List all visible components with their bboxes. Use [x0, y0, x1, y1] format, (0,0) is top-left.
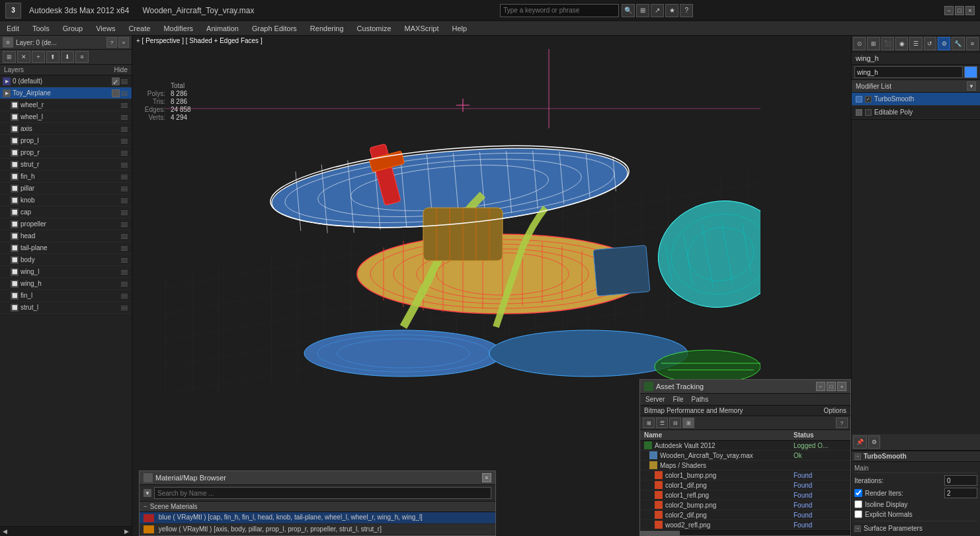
asset-tracking-min-btn[interactable]: −	[816, 382, 825, 391]
menu-animation[interactable]: Animation	[200, 21, 245, 36]
rp-btn-7[interactable]: ⚙	[938, 37, 950, 50]
layer-item-body[interactable]: ⬜ body	[0, 254, 132, 266]
layer-item-prop-l[interactable]: ⬜ prop_l	[0, 135, 132, 147]
layer-item-tail-plane[interactable]: ⬜ tail-plane	[0, 242, 132, 254]
object-color-swatch[interactable]	[964, 66, 977, 78]
layer-item-propeller[interactable]: ⬜ propeller	[0, 218, 132, 230]
layer-item-strut-r[interactable]: ⬜ strut_r	[0, 159, 132, 171]
layer-item-wing-l[interactable]: ⬜ wing_l	[0, 266, 132, 278]
at-item-maps-folder[interactable]: Maps / Shaders	[640, 461, 850, 470]
search-btn[interactable]: 🔍	[622, 4, 635, 17]
mod-tool-options[interactable]: ⚙	[868, 435, 880, 449]
layer-item-knob[interactable]: ⬜ knob	[0, 195, 132, 206]
help-btn[interactable]: ?	[680, 4, 693, 17]
material-browser-close-btn[interactable]: ×	[482, 473, 491, 482]
layers-question-btn[interactable]: ?	[106, 37, 117, 48]
layers-tool-6[interactable]: ≡	[75, 51, 89, 63]
menu-views[interactable]: Views	[89, 21, 122, 36]
layer-item-strut-l[interactable]: ⬜ strut_l	[0, 302, 132, 314]
menu-modifiers[interactable]: Modifiers	[157, 21, 200, 36]
modifier-list-dropdown-btn[interactable]: ▼	[967, 81, 976, 91]
menu-tools[interactable]: Tools	[26, 21, 56, 36]
menu-rendering[interactable]: Rendering	[304, 21, 350, 36]
layers-tool-add[interactable]: +	[32, 51, 45, 63]
mb-item-blue[interactable]: blue ( VRayMtl ) [cap, fin_h, fin_l, hea…	[140, 512, 495, 523]
menu-group[interactable]: Group	[56, 21, 90, 36]
rp-btn-4[interactable]: ◉	[895, 37, 908, 50]
asset-tracking-max-btn[interactable]: □	[827, 382, 836, 391]
mb-search-arrow[interactable]: ▼	[143, 489, 151, 497]
menu-customize[interactable]: Customize	[350, 21, 398, 36]
minimize-btn[interactable]: −	[944, 6, 954, 15]
menu-graph-editors[interactable]: Graph Editors	[245, 21, 304, 36]
mod-tool-pin[interactable]: 📌	[853, 435, 867, 449]
layers-tool-5[interactable]: ⬇	[61, 51, 74, 63]
maximize-btn[interactable]: □	[955, 6, 964, 15]
menu-edit[interactable]: Edit	[0, 21, 26, 36]
object-name-input[interactable]	[854, 66, 963, 78]
at-item-color1-dif[interactable]: color1_dif.png Found	[640, 480, 850, 490]
layer-box-toy-airplane[interactable]	[112, 89, 120, 97]
at-item-color2-dif[interactable]: color2_dif.png Found	[640, 510, 850, 520]
mb-search-input[interactable]	[154, 487, 491, 499]
modifier-item-editable-poly[interactable]: Editable Poly	[852, 106, 980, 119]
at-item-color1-refl[interactable]: color1_refl.png Found	[640, 490, 850, 500]
panel-collapse-btn[interactable]: −	[854, 453, 861, 460]
rp-btn-2[interactable]: ⊞	[867, 37, 879, 50]
modifier-item-turbosmooth[interactable]: ✓ TurboSmooth	[852, 93, 980, 106]
rp-btn-6[interactable]: ↺	[924, 37, 936, 50]
rp-btn-5[interactable]: ☰	[909, 37, 922, 50]
layer-item-toy-airplane[interactable]: ▶ Toy_Airplane	[0, 87, 132, 99]
at-help-btn[interactable]: ?	[836, 418, 848, 428]
close-btn[interactable]: ×	[965, 6, 975, 15]
at-scrollbar-thumb[interactable]	[640, 531, 680, 536]
iterations-input[interactable]	[944, 475, 977, 486]
layer-item-cap[interactable]: ⬜ cap	[0, 206, 132, 218]
at-tool-3[interactable]: ⊟	[669, 418, 681, 428]
layer-item-wheel-l[interactable]: ⬜ wheel_l	[0, 111, 132, 123]
at-options-text[interactable]: Options	[824, 407, 846, 414]
layer-item-wheel-r[interactable]: ⬜ wheel_r	[0, 99, 132, 111]
layers-tool-1[interactable]: ⊞	[3, 51, 16, 63]
layer-item-axis[interactable]: ⬜ axis	[0, 123, 132, 135]
rp-btn-3[interactable]: ⬛	[881, 37, 894, 50]
layer-item-fin-l[interactable]: ⬜ fin_l	[0, 290, 132, 302]
at-menu-paths[interactable]: Paths	[692, 396, 709, 403]
at-item-max-file[interactable]: Wooden_Aircraft_Toy_vray.max Ok	[640, 451, 850, 461]
explicit-normals-checkbox[interactable]	[854, 510, 862, 518]
layer-item-default[interactable]: ▶ 0 (default) ✓	[0, 75, 132, 87]
layer-item-fin-h[interactable]: ⬜ fin_h	[0, 171, 132, 183]
layers-tool-4[interactable]: ⬆	[46, 51, 60, 63]
layers-scroll-right[interactable]: ▶	[124, 528, 129, 535]
asset-tracking-scrollbar[interactable]	[640, 530, 850, 535]
at-menu-server[interactable]: Server	[645, 396, 665, 403]
menu-maxscript[interactable]: MAXScript	[398, 21, 446, 36]
at-tool-4[interactable]: ⊞	[682, 418, 694, 428]
rp-btn-9[interactable]: ≡	[966, 37, 979, 50]
editablepoly-check[interactable]	[865, 109, 872, 116]
surface-params-collapse[interactable]: −	[854, 525, 861, 532]
render-iters-input[interactable]	[944, 488, 977, 498]
rp-btn-8[interactable]: 🔧	[952, 37, 964, 50]
layer-check-default[interactable]: ✓	[112, 77, 120, 85]
layers-list[interactable]: ▶ 0 (default) ✓ ▶ Toy_Airplane ⬜ wheel_r…	[0, 75, 132, 526]
layer-item-head[interactable]: ⬜ head	[0, 230, 132, 242]
layers-tool-delete[interactable]: ✕	[17, 51, 30, 63]
rp-btn-1[interactable]: ⊙	[853, 37, 866, 50]
layer-item-pillar[interactable]: ⬜ pillar	[0, 183, 132, 195]
at-item-color2-bump[interactable]: color2_bump.png Found	[640, 500, 850, 510]
layer-item-prop-r[interactable]: ⬜ prop_r	[0, 147, 132, 159]
menu-help[interactable]: Help	[446, 21, 474, 36]
search-options-btn[interactable]: ⊞	[636, 4, 649, 17]
at-tool-1[interactable]: ⊞	[643, 418, 655, 428]
isoline-checkbox[interactable]	[854, 500, 862, 508]
viewport[interactable]: Total Polys: 8 286 Tris: 8 286 Edges: 24…	[132, 36, 851, 536]
at-tool-2[interactable]: ☰	[656, 418, 668, 428]
bookmark-btn[interactable]: ★	[665, 4, 678, 17]
at-item-color1-bump[interactable]: color1_bump.png Found	[640, 470, 850, 480]
at-item-wood2-refl[interactable]: wood2_refl.png Found	[640, 520, 850, 530]
at-menu-file[interactable]: File	[673, 396, 683, 403]
search-extra-btn[interactable]: ↗	[651, 4, 664, 17]
menu-create[interactable]: Create	[122, 21, 157, 36]
layer-item-wing-h[interactable]: ⬜ wing_h	[0, 278, 132, 290]
